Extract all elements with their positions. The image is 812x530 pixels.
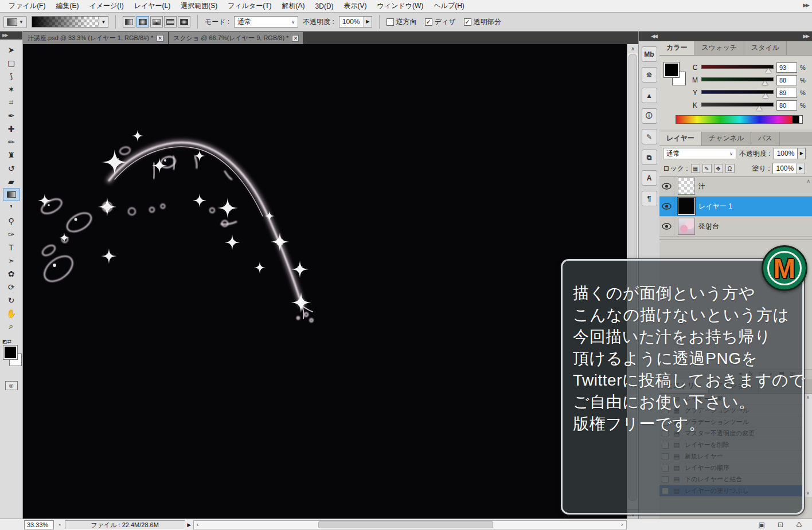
pen-tool[interactable]: ✑: [3, 227, 20, 241]
color-panel-tab[interactable]: スウォッチ: [695, 41, 744, 55]
spectrum-gradient[interactable]: [676, 115, 793, 124]
horizontal-scroll-track[interactable]: [202, 521, 618, 529]
channel-slider[interactable]: [701, 88, 774, 97]
scroll-right-icon[interactable]: ›: [618, 521, 626, 528]
delete-state-icon[interactable]: ♺: [796, 521, 802, 529]
eraser-tool[interactable]: ▰: [3, 175, 20, 188]
layer-row[interactable]: 汁: [659, 176, 812, 197]
menu-item[interactable]: 表示(V): [339, 0, 372, 12]
histogram-icon[interactable]: ▲: [642, 88, 657, 103]
layer-fill-input[interactable]: 100%: [772, 163, 797, 174]
lock-all-icon[interactable]: Ω: [725, 164, 735, 173]
color-panel-tab[interactable]: スタイル: [744, 41, 787, 55]
scroll-down-icon[interactable]: ∨: [804, 490, 812, 496]
channel-slider[interactable]: [701, 101, 774, 110]
option-checkbox[interactable]: ✓ ディザ: [425, 17, 456, 27]
visibility-eye-icon[interactable]: [659, 176, 674, 196]
visibility-eye-icon[interactable]: [659, 197, 674, 216]
channel-value-input[interactable]: 93: [776, 62, 797, 73]
scroll-left-icon[interactable]: ‹: [194, 521, 202, 528]
channel-slider[interactable]: [701, 76, 774, 85]
dodge-tool[interactable]: ⚲: [3, 214, 20, 227]
gradient-dropdown-icon[interactable]: ▼: [99, 16, 108, 28]
layers-panel-tab[interactable]: チャンネル: [702, 132, 751, 146]
foreground-color-swatch[interactable]: [664, 62, 679, 77]
menu-item[interactable]: ファイル(F): [3, 0, 50, 12]
slider-marker-icon[interactable]: [756, 106, 762, 111]
eyedropper-tool[interactable]: ✒: [3, 109, 20, 122]
menu-item[interactable]: 編集(E): [50, 0, 84, 12]
gradient-preview-picker[interactable]: ▼: [32, 16, 108, 28]
canvas-horizontal-scrollbar[interactable]: ‹ ›: [193, 520, 627, 529]
menu-item[interactable]: 解析(A): [277, 0, 310, 12]
layer-fill-spinner-icon[interactable]: ▶: [797, 163, 805, 174]
paragraph-icon[interactable]: ¶: [642, 191, 657, 206]
shape-tool[interactable]: ✿: [3, 267, 20, 280]
new-document-from-state-icon[interactable]: ▣: [759, 521, 765, 529]
slider-marker-icon[interactable]: [763, 93, 768, 98]
layer-row[interactable]: レイヤー 1: [659, 197, 812, 217]
lock-transparency-icon[interactable]: ▦: [691, 164, 700, 173]
horizontal-scroll-thumb[interactable]: [318, 521, 493, 528]
brush-tool[interactable]: ✏: [3, 135, 20, 148]
close-icon[interactable]: ✕: [292, 35, 299, 42]
option-checkbox[interactable]: ✓ 透明部分: [464, 17, 501, 27]
linear-gradient-icon[interactable]: [123, 16, 135, 28]
layer-thumbnail[interactable]: [678, 178, 695, 195]
layers-panel-tab[interactable]: レイヤー: [659, 132, 702, 146]
panels-collapse-icon[interactable]: ▶▶: [659, 32, 812, 41]
color-panel-tab[interactable]: カラー: [659, 41, 695, 55]
menu-item[interactable]: 3D(D): [310, 1, 339, 11]
marquee-tool[interactable]: ▢: [3, 56, 20, 69]
quick-mask-button[interactable]: ◎: [5, 381, 18, 390]
channel-value-input[interactable]: 88: [776, 75, 797, 85]
history-brush-tool[interactable]: ↺: [3, 162, 20, 175]
scroll-up-icon[interactable]: ∧: [627, 44, 638, 53]
healing-brush-tool[interactable]: ✚: [3, 122, 20, 135]
menu-item[interactable]: レイヤー(L): [129, 0, 176, 12]
channel-value-input[interactable]: 89: [776, 88, 797, 98]
reflected-gradient-icon[interactable]: [164, 16, 177, 28]
radial-gradient-icon[interactable]: [136, 16, 149, 28]
channel-slider[interactable]: [701, 63, 774, 72]
orbit-3d-tool[interactable]: ↻: [3, 293, 20, 307]
new-snapshot-icon[interactable]: ⊡: [778, 521, 783, 529]
layer-thumbnail[interactable]: [678, 218, 695, 235]
lasso-tool[interactable]: ⟆: [3, 69, 20, 83]
document-tab[interactable]: 汁講座.psd @ 33.3% (レイヤー 1, RGB/8#) * ✕: [23, 32, 169, 44]
path-select-tool[interactable]: ➣: [3, 254, 20, 267]
option-checkbox[interactable]: 逆方向: [387, 17, 417, 27]
info-icon[interactable]: ⓘ: [642, 108, 657, 124]
character-icon[interactable]: A: [642, 170, 657, 186]
blend-mode-select[interactable]: 通常 ∨: [234, 16, 298, 28]
layer-opacity-spinner-icon[interactable]: ▶: [798, 148, 806, 159]
layer-thumbnail[interactable]: [678, 198, 695, 215]
layer-row[interactable]: 発射台: [659, 217, 812, 237]
navigator-icon[interactable]: ☸: [642, 67, 657, 83]
checkbox-icon[interactable]: ✓: [425, 18, 432, 26]
history-scrollbar[interactable]: ∧ ∨: [803, 394, 812, 497]
zoom-tool[interactable]: ⌕: [3, 320, 20, 333]
tool-preset-picker[interactable]: ▼: [3, 16, 27, 28]
mini-bridge-icon[interactable]: Mb: [642, 46, 657, 62]
clone-stamp-tool[interactable]: ♜: [3, 148, 20, 162]
scroll-up-icon[interactable]: ∧: [806, 178, 810, 184]
menu-item[interactable]: ヘルプ(H): [428, 0, 470, 12]
tool-presets-icon[interactable]: ✎: [642, 129, 657, 144]
close-icon[interactable]: ✕: [157, 35, 163, 42]
clone-source-icon[interactable]: ⧉: [642, 150, 657, 165]
swap-colors-icon[interactable]: ◩⇄: [2, 339, 11, 344]
slider-marker-icon[interactable]: [766, 68, 771, 73]
type-tool[interactable]: T: [3, 241, 20, 254]
scroll-up-icon[interactable]: ∧: [804, 395, 812, 400]
document-tab[interactable]: スクショ @ 66.7%(レイヤー 9, RGB/8) * ✕: [169, 32, 304, 44]
blur-tool[interactable]: ❜: [3, 201, 20, 214]
move-tool[interactable]: ➤: [3, 43, 20, 56]
lock-position-icon[interactable]: ✥: [714, 164, 723, 173]
spectrum-black-swatch[interactable]: [793, 115, 799, 124]
canvas[interactable]: [23, 44, 627, 519]
checkbox-icon[interactable]: [387, 18, 394, 26]
crop-tool[interactable]: ⌗: [3, 96, 20, 109]
spectrum-white-swatch[interactable]: [799, 115, 803, 124]
checkbox-icon[interactable]: ✓: [464, 18, 471, 26]
